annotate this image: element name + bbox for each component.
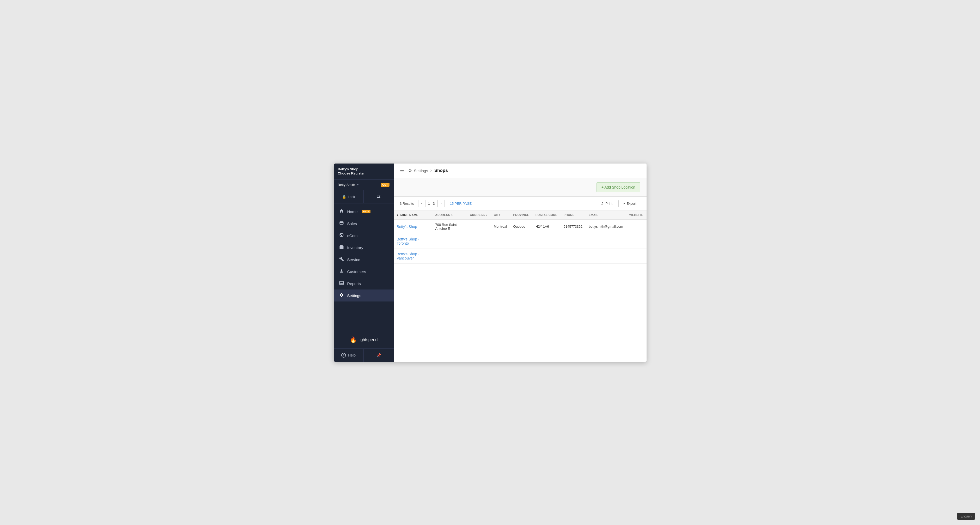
help-label: Help — [348, 353, 356, 357]
breadcrumb-current-page: Shops — [434, 168, 448, 173]
shop-link-bettys-shop-toronto[interactable]: Betty's Shop - Toronto — [397, 237, 420, 246]
add-shop-location-button[interactable]: + Add Shop Location — [597, 182, 640, 192]
main-content: ☰ ⚙ Settings > Shops + Add Shop Location… — [394, 164, 647, 362]
sidebar-item-settings[interactable]: Settings — [334, 289, 394, 302]
table-actions: 🖨 Print ↗ Export — [597, 200, 640, 207]
notifications-button[interactable]: 📌 — [364, 349, 394, 362]
home-icon — [339, 209, 344, 214]
service-label: Service — [347, 257, 360, 262]
row3-postal-code — [532, 249, 560, 263]
settings-breadcrumb-icon: ⚙ — [408, 168, 412, 173]
breadcrumb: ⚙ Settings > Shops — [408, 168, 448, 173]
row2-website — [626, 234, 647, 249]
sidebar-footer: ? Help 📌 — [334, 348, 394, 362]
content-area: + Add Shop Location 3 Results ‹ 1 - 3 › … — [394, 178, 647, 362]
col-address2: ADDRESS 2 — [467, 211, 490, 219]
row2-city — [491, 234, 510, 249]
row3-shop-name: Betty's Shop - Vancouver — [394, 249, 432, 263]
switch-icon: ⇄ — [377, 194, 381, 199]
row2-province — [510, 234, 532, 249]
inventory-icon — [339, 245, 344, 251]
col-province: PROVINCE — [510, 211, 532, 219]
row1-email: bettysmith@gmail.com — [585, 219, 626, 234]
sidebar-quick-actions: 🔒 Lock ⇄ — [334, 190, 394, 203]
brand-arrow-icon: › — [388, 170, 390, 173]
lock-label: Lock — [348, 195, 355, 199]
user-section: Betty Smith ▾ OUT — [334, 180, 394, 190]
page-range: 1 - 3 — [425, 200, 438, 207]
print-icon: 🖨 — [601, 202, 604, 206]
service-icon — [339, 257, 344, 262]
table-row: Betty's Shop 700 Rue Saint Antoine E Mon… — [394, 219, 647, 234]
table-row: Betty's Shop - Vancouver — [394, 249, 647, 263]
flame-icon: 🔥 — [350, 337, 356, 343]
row1-shop-name: Betty's Shop — [394, 219, 432, 234]
sidebar-brand[interactable]: Betty's Shop Choose Register › — [334, 164, 394, 180]
help-button[interactable]: ? Help — [334, 349, 364, 362]
row2-postal-code — [532, 234, 560, 249]
pagination: ‹ 1 - 3 › — [418, 200, 445, 207]
table-controls: 3 Results ‹ 1 - 3 › 15 PER PAGE 🖨 Print … — [394, 197, 647, 211]
customers-label: Customers — [347, 270, 366, 274]
row3-address2 — [467, 249, 490, 263]
row2-shop-name: Betty's Shop - Toronto — [394, 234, 432, 249]
customers-icon — [339, 269, 344, 274]
breadcrumb-separator: > — [430, 169, 432, 173]
ecom-icon — [339, 233, 344, 238]
row3-email — [585, 249, 626, 263]
row2-address1 — [432, 234, 467, 249]
table-row: Betty's Shop - Toronto — [394, 234, 647, 249]
sidebar-nav: Home BETA Sales eCom — [334, 203, 394, 331]
pin-icon: 📌 — [377, 353, 381, 357]
switch-register-button[interactable]: ⇄ — [364, 190, 394, 203]
per-page-selector[interactable]: 15 PER PAGE — [450, 202, 472, 206]
row3-phone — [560, 249, 585, 263]
user-dropdown-icon[interactable]: ▾ — [357, 184, 358, 186]
help-icon: ? — [341, 353, 346, 357]
next-page-button[interactable]: › — [438, 200, 445, 207]
language-selector-button[interactable]: English — [957, 513, 975, 520]
lightspeed-logo: 🔥 lightspeed — [334, 331, 394, 348]
logo-text: lightspeed — [359, 337, 378, 342]
col-postal-code: POSTAL CODE — [532, 211, 560, 219]
export-button[interactable]: ↗ Export — [619, 200, 640, 207]
row1-city: Montreal — [491, 219, 510, 234]
hamburger-menu-button[interactable]: ☰ — [399, 167, 405, 174]
prev-page-button[interactable]: ‹ — [418, 200, 425, 207]
shops-table: ▾ SHOP NAME ADDRESS 1 ADDRESS 2 CITY PRO… — [394, 211, 647, 264]
sidebar-item-customers[interactable]: Customers — [334, 265, 394, 278]
table-body: Betty's Shop 700 Rue Saint Antoine E Mon… — [394, 219, 647, 264]
ecom-label: eCom — [347, 233, 358, 238]
home-beta-badge: BETA — [362, 210, 371, 213]
brand-text: Betty's Shop Choose Register — [338, 167, 365, 176]
sidebar-item-ecom[interactable]: eCom — [334, 230, 394, 241]
sidebar-item-home[interactable]: Home BETA — [334, 206, 394, 217]
sales-icon — [339, 221, 344, 227]
sort-icon: ▾ — [397, 214, 398, 217]
settings-icon — [339, 293, 344, 298]
col-email: EMAIL — [585, 211, 626, 219]
print-label: Print — [605, 202, 612, 206]
shops-table-wrapper: ▾ SHOP NAME ADDRESS 1 ADDRESS 2 CITY PRO… — [394, 211, 647, 362]
row3-address1 — [432, 249, 467, 263]
col-shop-name[interactable]: ▾ SHOP NAME — [394, 211, 432, 219]
reports-label: Reports — [347, 281, 361, 286]
print-button[interactable]: 🖨 Print — [597, 200, 616, 207]
sidebar-item-reports[interactable]: Reports — [334, 278, 394, 289]
sidebar: Betty's Shop Choose Register › Betty Smi… — [334, 164, 394, 362]
shop-link-bettys-shop[interactable]: Betty's Shop — [397, 225, 417, 229]
row2-address2 — [467, 234, 490, 249]
sidebar-item-service[interactable]: Service — [334, 254, 394, 265]
col-shop-name-label: SHOP NAME — [400, 213, 418, 217]
content-header: + Add Shop Location — [394, 178, 647, 197]
sidebar-item-inventory[interactable]: Inventory — [334, 241, 394, 254]
row1-province: Quebec — [510, 219, 532, 234]
shop-link-bettys-shop-vancouver[interactable]: Betty's Shop - Vancouver — [397, 252, 420, 260]
breadcrumb-parent[interactable]: Settings — [414, 169, 428, 173]
home-label: Home — [347, 209, 358, 214]
sidebar-item-sales[interactable]: Sales — [334, 217, 394, 230]
row1-address1: 700 Rue Saint Antoine E — [432, 219, 467, 234]
user-name: Betty Smith — [338, 183, 355, 187]
language-label: English — [961, 514, 972, 518]
lock-button[interactable]: 🔒 Lock — [334, 190, 364, 203]
